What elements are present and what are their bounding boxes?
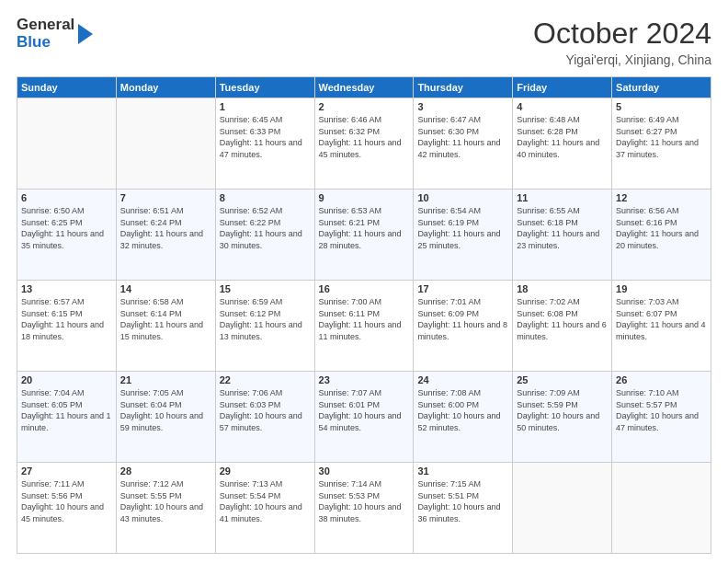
calendar-week-2: 6Sunrise: 6:50 AM Sunset: 6:25 PM Daylig… [17, 190, 711, 281]
calendar-cell [513, 463, 612, 554]
calendar-cell: 22Sunrise: 7:06 AM Sunset: 6:03 PM Dayli… [215, 372, 314, 463]
calendar-cell: 3Sunrise: 6:47 AM Sunset: 6:30 PM Daylig… [414, 98, 513, 190]
page-header: General Blue October 2024 Yigai'erqi, Xi… [17, 17, 711, 67]
calendar-cell: 27Sunrise: 7:11 AM Sunset: 5:56 PM Dayli… [17, 463, 117, 554]
calendar-cell: 31Sunrise: 7:15 AM Sunset: 5:51 PM Dayli… [414, 463, 513, 554]
day-info: Sunrise: 6:58 AM Sunset: 6:14 PM Dayligh… [120, 296, 211, 342]
day-number: 8 [220, 192, 311, 203]
day-number: 4 [517, 101, 608, 112]
day-info: Sunrise: 7:00 AM Sunset: 6:11 PM Dayligh… [319, 296, 410, 342]
logo-general: General [17, 17, 74, 34]
calendar-cell: 9Sunrise: 6:53 AM Sunset: 6:21 PM Daylig… [314, 190, 414, 281]
day-info: Sunrise: 6:55 AM Sunset: 6:18 PM Dayligh… [517, 205, 608, 251]
calendar-cell: 24Sunrise: 7:08 AM Sunset: 6:00 PM Dayli… [414, 372, 513, 463]
day-info: Sunrise: 7:06 AM Sunset: 6:03 PM Dayligh… [220, 387, 311, 433]
day-number: 18 [517, 283, 608, 294]
day-number: 5 [616, 101, 707, 112]
day-info: Sunrise: 7:12 AM Sunset: 5:55 PM Dayligh… [120, 478, 211, 524]
calendar-cell: 13Sunrise: 6:57 AM Sunset: 6:15 PM Dayli… [17, 281, 117, 372]
day-info: Sunrise: 7:01 AM Sunset: 6:09 PM Dayligh… [417, 296, 508, 342]
day-info: Sunrise: 7:11 AM Sunset: 5:56 PM Dayligh… [21, 478, 112, 524]
day-number: 3 [417, 101, 508, 112]
calendar-cell: 1Sunrise: 6:45 AM Sunset: 6:33 PM Daylig… [215, 98, 314, 190]
calendar-cell: 28Sunrise: 7:12 AM Sunset: 5:55 PM Dayli… [116, 463, 215, 554]
day-number: 19 [616, 283, 707, 294]
day-number: 1 [220, 101, 311, 112]
col-monday: Monday [116, 77, 215, 98]
col-friday: Friday [513, 77, 612, 98]
day-info: Sunrise: 6:53 AM Sunset: 6:21 PM Dayligh… [319, 205, 410, 251]
day-info: Sunrise: 6:51 AM Sunset: 6:24 PM Dayligh… [120, 205, 211, 251]
day-info: Sunrise: 6:54 AM Sunset: 6:19 PM Dayligh… [417, 205, 508, 251]
calendar-cell: 20Sunrise: 7:04 AM Sunset: 6:05 PM Dayli… [17, 372, 117, 463]
day-info: Sunrise: 6:47 AM Sunset: 6:30 PM Dayligh… [417, 114, 508, 160]
day-info: Sunrise: 6:46 AM Sunset: 6:32 PM Dayligh… [319, 114, 410, 160]
day-number: 10 [417, 192, 508, 203]
day-number: 24 [417, 374, 508, 385]
day-number: 20 [21, 374, 112, 385]
calendar-cell: 5Sunrise: 6:49 AM Sunset: 6:27 PM Daylig… [612, 98, 711, 190]
calendar-cell: 7Sunrise: 6:51 AM Sunset: 6:24 PM Daylig… [116, 190, 215, 281]
day-info: Sunrise: 7:15 AM Sunset: 5:51 PM Dayligh… [417, 478, 508, 524]
calendar-cell: 8Sunrise: 6:52 AM Sunset: 6:22 PM Daylig… [215, 190, 314, 281]
day-number: 30 [319, 465, 410, 477]
day-number: 11 [517, 192, 608, 203]
calendar-cell: 11Sunrise: 6:55 AM Sunset: 6:18 PM Dayli… [513, 190, 612, 281]
day-number: 16 [319, 283, 410, 294]
calendar-table: Sunday Monday Tuesday Wednesday Thursday… [17, 76, 711, 554]
calendar-week-5: 27Sunrise: 7:11 AM Sunset: 5:56 PM Dayli… [17, 463, 711, 554]
day-number: 23 [319, 374, 410, 385]
calendar-week-1: 1Sunrise: 6:45 AM Sunset: 6:33 PM Daylig… [17, 98, 711, 190]
day-number: 2 [319, 101, 410, 112]
calendar-cell: 25Sunrise: 7:09 AM Sunset: 5:59 PM Dayli… [513, 372, 612, 463]
calendar-cell: 10Sunrise: 6:54 AM Sunset: 6:19 PM Dayli… [414, 190, 513, 281]
calendar-cell: 17Sunrise: 7:01 AM Sunset: 6:09 PM Dayli… [414, 281, 513, 372]
calendar-cell: 6Sunrise: 6:50 AM Sunset: 6:25 PM Daylig… [17, 190, 117, 281]
day-info: Sunrise: 7:02 AM Sunset: 6:08 PM Dayligh… [517, 296, 608, 342]
month-title: October 2024 [533, 17, 711, 51]
day-info: Sunrise: 7:07 AM Sunset: 6:01 PM Dayligh… [319, 387, 410, 433]
day-number: 29 [220, 465, 311, 477]
logo: General Blue [17, 17, 93, 51]
calendar-header-row: Sunday Monday Tuesday Wednesday Thursday… [17, 77, 711, 98]
day-number: 25 [517, 374, 608, 385]
calendar-cell: 19Sunrise: 7:03 AM Sunset: 6:07 PM Dayli… [612, 281, 711, 372]
calendar-cell [17, 98, 117, 190]
day-info: Sunrise: 7:13 AM Sunset: 5:54 PM Dayligh… [220, 478, 311, 524]
col-tuesday: Tuesday [215, 77, 314, 98]
day-info: Sunrise: 6:56 AM Sunset: 6:16 PM Dayligh… [616, 205, 707, 251]
day-number: 27 [21, 465, 112, 477]
day-number: 7 [120, 192, 211, 203]
calendar-cell: 29Sunrise: 7:13 AM Sunset: 5:54 PM Dayli… [215, 463, 314, 554]
day-number: 28 [120, 465, 211, 477]
day-number: 22 [220, 374, 311, 385]
day-info: Sunrise: 7:05 AM Sunset: 6:04 PM Dayligh… [120, 387, 211, 433]
day-info: Sunrise: 7:03 AM Sunset: 6:07 PM Dayligh… [616, 296, 707, 342]
logo-arrow-icon [78, 24, 93, 44]
svg-marker-0 [78, 24, 93, 44]
calendar-cell: 18Sunrise: 7:02 AM Sunset: 6:08 PM Dayli… [513, 281, 612, 372]
day-number: 12 [616, 192, 707, 203]
day-info: Sunrise: 7:04 AM Sunset: 6:05 PM Dayligh… [21, 387, 112, 433]
day-number: 21 [120, 374, 211, 385]
day-number: 31 [417, 465, 508, 477]
col-thursday: Thursday [414, 77, 513, 98]
day-number: 15 [220, 283, 311, 294]
calendar-cell: 12Sunrise: 6:56 AM Sunset: 6:16 PM Dayli… [612, 190, 711, 281]
day-info: Sunrise: 6:50 AM Sunset: 6:25 PM Dayligh… [21, 205, 112, 251]
day-info: Sunrise: 6:49 AM Sunset: 6:27 PM Dayligh… [616, 114, 707, 160]
day-info: Sunrise: 6:59 AM Sunset: 6:12 PM Dayligh… [220, 296, 311, 342]
calendar-cell: 14Sunrise: 6:58 AM Sunset: 6:14 PM Dayli… [116, 281, 215, 372]
day-number: 13 [21, 283, 112, 294]
day-number: 14 [120, 283, 211, 294]
calendar-cell: 4Sunrise: 6:48 AM Sunset: 6:28 PM Daylig… [513, 98, 612, 190]
day-info: Sunrise: 6:52 AM Sunset: 6:22 PM Dayligh… [220, 205, 311, 251]
location-title: Yigai'erqi, Xinjiang, China [533, 52, 711, 67]
calendar-cell: 16Sunrise: 7:00 AM Sunset: 6:11 PM Dayli… [314, 281, 414, 372]
day-number: 6 [21, 192, 112, 203]
day-info: Sunrise: 6:57 AM Sunset: 6:15 PM Dayligh… [21, 296, 112, 342]
day-number: 9 [319, 192, 410, 203]
day-number: 17 [417, 283, 508, 294]
day-info: Sunrise: 6:45 AM Sunset: 6:33 PM Dayligh… [220, 114, 311, 160]
title-block: October 2024 Yigai'erqi, Xinjiang, China [533, 17, 711, 67]
